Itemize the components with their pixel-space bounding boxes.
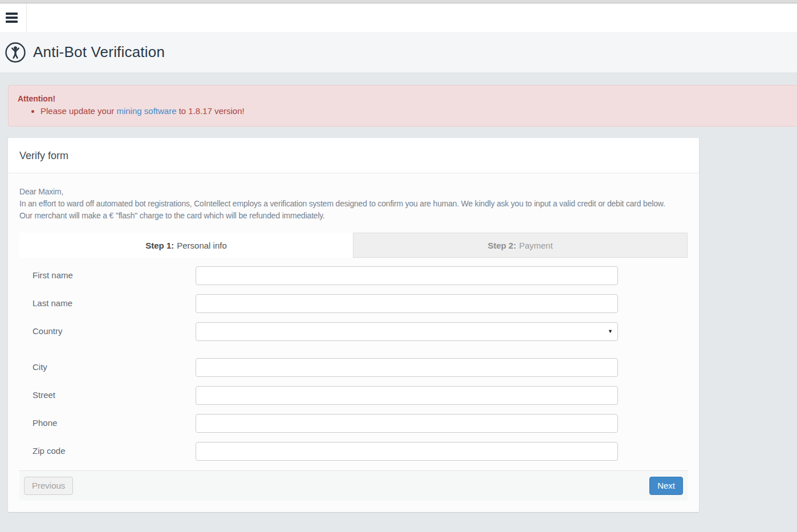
street-field[interactable] xyxy=(196,386,618,405)
alert-list: Please update your mining software to 1.… xyxy=(18,105,788,117)
alert-title: Attention! xyxy=(18,94,788,104)
zip-code-label: Zip code xyxy=(19,442,196,461)
navbar xyxy=(0,3,797,32)
mining-software-link[interactable]: mining software xyxy=(116,106,176,116)
step-tab-payment[interactable]: Step 2: Payment xyxy=(353,233,688,258)
hamburger-icon xyxy=(6,13,18,15)
city-label: City xyxy=(19,358,196,377)
form-row-first-name: First name xyxy=(19,266,688,285)
country-label: Country xyxy=(19,322,196,341)
intro-text: Dear Maxim, In an effort to ward off aut… xyxy=(19,186,688,222)
phone-label: Phone xyxy=(19,414,196,433)
page-title: Anti-Bot Verification xyxy=(33,43,165,61)
person-in-circle-icon xyxy=(5,42,26,63)
form-row-city: City xyxy=(19,358,688,377)
attention-alert: Attention! Please update your mining sof… xyxy=(8,85,797,127)
step-tab-personal-info[interactable]: Step 1: Personal info xyxy=(19,233,353,258)
form-row-last-name: Last name xyxy=(19,294,688,313)
verify-form-panel: Verify form Dear Maxim, In an effort to … xyxy=(8,138,699,512)
next-button[interactable]: Next xyxy=(649,477,683,495)
form-row-phone: Phone xyxy=(19,414,688,433)
intro-line-2: In an effort to ward off automated bot r… xyxy=(19,198,688,210)
form-row-zip-code: Zip code xyxy=(19,442,688,461)
wizard-actions-bar: Previous Next xyxy=(19,470,688,501)
panel-body: Dear Maxim, In an effort to ward off aut… xyxy=(8,173,699,512)
last-name-field[interactable] xyxy=(196,294,618,313)
form-row-country: Country ▼ xyxy=(19,322,688,341)
last-name-label: Last name xyxy=(19,294,196,313)
alert-item: Please update your mining software to 1.… xyxy=(40,105,788,117)
previous-button[interactable]: Previous xyxy=(24,477,73,495)
page-header: Anti-Bot Verification xyxy=(0,32,797,73)
country-select[interactable] xyxy=(196,322,618,341)
city-field[interactable] xyxy=(196,358,618,377)
form-row-street: Street xyxy=(19,386,688,405)
personal-info-form: First name Last name Country ▼ xyxy=(19,266,688,461)
first-name-label: First name xyxy=(19,266,196,285)
phone-field[interactable] xyxy=(196,414,618,433)
alert-text-prefix: Please update your xyxy=(40,106,116,116)
panel-title: Verify form xyxy=(8,138,699,173)
main-content: Attention! Please update your mining sof… xyxy=(0,73,797,512)
zip-code-field[interactable] xyxy=(196,442,618,461)
street-label: Street xyxy=(19,386,196,405)
alert-text-suffix: to 1.8.17 version! xyxy=(176,106,244,116)
intro-line-1: Dear Maxim, xyxy=(19,186,688,198)
menu-toggle-button[interactable] xyxy=(0,3,27,32)
intro-line-3: Our merchant will make a € "flash" charg… xyxy=(19,210,688,222)
first-name-field[interactable] xyxy=(196,266,618,285)
wizard-steps: Step 1: Personal info Step 2: Payment xyxy=(19,233,688,258)
